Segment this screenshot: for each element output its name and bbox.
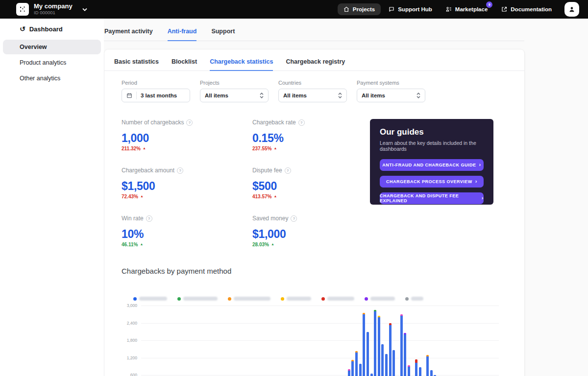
tab-anti-fraud[interactable]: Anti-fraud xyxy=(168,28,197,41)
tab-blocklist[interactable]: Blocklist xyxy=(172,58,197,71)
sidebar-header[interactable]: ↺ Dashboard xyxy=(20,25,104,33)
bar-fill xyxy=(367,332,369,376)
stats-grid: Number of chargebacks?1,000211.32%▲Charg… xyxy=(122,119,370,247)
topbar-button-projects[interactable]: Projects xyxy=(338,3,381,15)
legend-label-redacted xyxy=(183,297,218,301)
help-question-icon[interactable]: ? xyxy=(291,215,297,222)
filter-label: Period xyxy=(122,80,190,86)
arrow-up-icon: ▲ xyxy=(271,242,274,246)
chart-bar[interactable] xyxy=(404,333,406,376)
filter-value: All items xyxy=(283,93,338,98)
chart-bar[interactable] xyxy=(370,374,373,376)
sidebar-item-overview[interactable]: Overview xyxy=(3,40,101,54)
stat-win-rate: Win rate?10%46.11%▲ xyxy=(122,215,252,247)
filters-row: Period3 last monthsProjectsAll itemsCoun… xyxy=(104,71,524,102)
help-question-icon[interactable]: ? xyxy=(186,119,193,126)
tab-chargeback-statistics[interactable]: Chargeback statistics xyxy=(210,58,273,71)
top-bar: My company ID 000001 ProjectsSupport Hub… xyxy=(0,0,588,19)
stat-value: 10% xyxy=(122,228,252,241)
chart-bar[interactable] xyxy=(381,344,384,376)
stat-label: Dispute fee? xyxy=(252,167,370,174)
chart-bar[interactable] xyxy=(392,350,395,376)
stat-chargeback-rate: Chargeback rate?0.15%237.55%▲ xyxy=(252,119,370,151)
help-question-icon[interactable]: ? xyxy=(298,119,305,126)
stat-delta: 413.57%▲ xyxy=(252,194,370,199)
stat-delta-text: 72.43% xyxy=(122,194,138,199)
guides-subtitle: Learn about the key details included in … xyxy=(380,140,484,152)
legend-item-1[interactable] xyxy=(177,297,218,301)
chart-title: Chargebacks by payment method xyxy=(122,267,524,275)
legend-label-redacted xyxy=(411,297,423,301)
legend-dot xyxy=(405,297,409,301)
period-date-input[interactable]: 3 last months xyxy=(122,89,190,102)
filter-select[interactable]: All items xyxy=(357,89,425,102)
company-switcher[interactable]: My company ID 000001 xyxy=(16,3,87,16)
company-id: ID 000001 xyxy=(34,10,73,16)
chart-bar[interactable] xyxy=(389,323,392,376)
tab-basic-statistics[interactable]: Basic statistics xyxy=(114,58,159,71)
chart-bar[interactable] xyxy=(400,314,403,376)
chart-bar[interactable] xyxy=(351,360,354,376)
projects-home-icon xyxy=(343,6,349,12)
legend-item-0[interactable] xyxy=(133,297,167,301)
legend-label-redacted xyxy=(327,297,354,301)
legend-item-4[interactable] xyxy=(321,297,354,301)
legend-item-2[interactable] xyxy=(228,297,270,301)
help-question-icon[interactable]: ? xyxy=(285,167,291,174)
bar-fill xyxy=(400,316,403,376)
arrow-up-icon: ▲ xyxy=(140,194,144,198)
chart-bar[interactable] xyxy=(367,332,369,376)
help-question-icon[interactable]: ? xyxy=(177,167,183,174)
chart-bar[interactable] xyxy=(355,351,358,376)
filter-select[interactable]: All items xyxy=(200,89,269,102)
sidebar-item-product-analytics[interactable]: Product analytics xyxy=(3,55,101,70)
external-link-icon xyxy=(501,6,507,12)
legend-item-6[interactable] xyxy=(405,297,423,301)
legend-item-5[interactable] xyxy=(365,297,395,301)
topbar-button-label: Documentation xyxy=(511,6,552,12)
chart-bar[interactable] xyxy=(415,359,417,376)
topbar-button-marketplace[interactable]: Marketplace9 xyxy=(440,3,493,15)
y-axis-tick: 600 xyxy=(122,373,137,376)
guide-button[interactable]: ANTI-FRAUD AND CHARGEBACK GUIDE› xyxy=(380,159,484,171)
tab-support[interactable]: Support xyxy=(211,28,235,41)
guide-button[interactable]: CHARGEBACK AND DISPUTE FEE EXPLAINED› xyxy=(380,192,484,204)
stat-number-of-chargebacks: Number of chargebacks?1,000211.32%▲ xyxy=(122,119,252,151)
legend-dot xyxy=(177,297,181,301)
chevron-down-icon[interactable] xyxy=(82,8,87,11)
help-question-icon[interactable]: ? xyxy=(146,215,152,222)
chart-bar[interactable] xyxy=(348,369,350,376)
chart-bar[interactable] xyxy=(426,355,429,376)
chevron-right-icon: › xyxy=(482,195,484,201)
stat-value: $1,000 xyxy=(252,228,370,241)
bar-cap-segment xyxy=(415,359,417,363)
chevron-right-icon: › xyxy=(475,178,477,184)
statistics-tabs: Basic statisticsBlocklistChargeback stat… xyxy=(104,49,524,71)
chart-bar[interactable] xyxy=(378,316,380,376)
chart-bar[interactable] xyxy=(408,365,410,376)
legend-item-3[interactable] xyxy=(281,297,311,301)
filter-select[interactable]: All items xyxy=(278,89,347,102)
main-content: Payment activityAnti-fraudSupport Basic … xyxy=(104,0,524,376)
bar-fill xyxy=(355,352,358,376)
bar-fill xyxy=(430,370,433,376)
stat-label-text: Chargeback rate xyxy=(252,119,296,126)
legend-dot xyxy=(365,297,368,301)
topbar-button-documentation[interactable]: Documentation xyxy=(495,3,558,15)
statistics-card: Basic statisticsBlocklistChargeback stat… xyxy=(104,49,524,376)
chart-bar[interactable] xyxy=(359,364,362,376)
avatar-button[interactable] xyxy=(564,2,579,17)
guide-button[interactable]: CHARGEBACK PROCESS OVERVIEW› xyxy=(380,176,484,188)
chart-bar[interactable] xyxy=(374,310,376,376)
tab-payment-activity[interactable]: Payment activity xyxy=(104,28,153,41)
chart-bar[interactable] xyxy=(385,354,388,376)
chart-bar[interactable] xyxy=(363,313,365,376)
chart-bar[interactable] xyxy=(419,367,421,376)
stat-label: Win rate? xyxy=(122,215,252,222)
topbar-button-support-hub[interactable]: Support Hub xyxy=(383,3,438,15)
sidebar-item-other-analytics[interactable]: Other analytics xyxy=(3,71,101,86)
legend-label-redacted xyxy=(287,297,311,301)
chart-bar[interactable] xyxy=(430,370,433,376)
tab-chargeback-registry[interactable]: Chargeback registry xyxy=(286,58,345,71)
stat-delta: 28.03%▲ xyxy=(252,242,370,247)
